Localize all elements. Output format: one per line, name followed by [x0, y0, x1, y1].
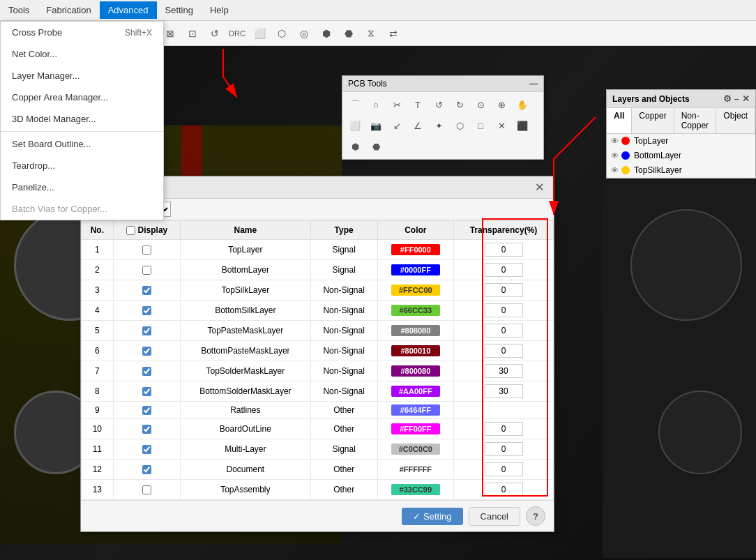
- tool-text[interactable]: T: [408, 95, 428, 114]
- cell-transparency-8[interactable]: [454, 381, 554, 402]
- layer-eye-bottomlayer[interactable]: 👁: [611, 151, 619, 160]
- cell-display-11[interactable]: [113, 439, 180, 460]
- transparency-input-2[interactable]: [485, 263, 523, 277]
- cell-display-13[interactable]: [113, 480, 180, 500]
- cell-color-10[interactable]: #FF00FF: [377, 419, 453, 439]
- tool-hex2[interactable]: ⬢: [345, 137, 365, 156]
- cell-color-8[interactable]: #AA00FF: [377, 381, 453, 402]
- cell-transparency-6[interactable]: [454, 341, 554, 361]
- cell-display-8[interactable]: [113, 381, 180, 402]
- cell-transparency-7[interactable]: [454, 361, 554, 381]
- menu-setting[interactable]: Setting: [157, 1, 202, 19]
- tool-undo[interactable]: ↺: [429, 95, 448, 114]
- menu-fabrication[interactable]: Fabrication: [38, 1, 99, 19]
- cell-transparency-11[interactable]: [454, 439, 554, 460]
- setting-button[interactable]: ✓ Setting: [402, 508, 462, 525]
- dialog-close-btn[interactable]: ✕: [532, 181, 547, 194]
- cell-color-13[interactable]: #33CC99: [377, 480, 453, 500]
- col-display-checkbox[interactable]: [126, 226, 135, 235]
- menu-tools[interactable]: Tools: [0, 1, 38, 19]
- cell-transparency-2[interactable]: [454, 260, 554, 280]
- tool-hex[interactable]: ⬡: [450, 116, 469, 135]
- cell-color-5[interactable]: #808080: [377, 321, 453, 341]
- layer-item-topsilk[interactable]: 👁 TopSilkLayer: [607, 163, 755, 178]
- dropdown-panelize[interactable]: Panelize...: [1, 176, 163, 198]
- help-button[interactable]: ?: [526, 506, 545, 526]
- row-display-cb-5[interactable]: [142, 326, 151, 335]
- tool-angle[interactable]: ∠: [408, 116, 428, 135]
- tool-redo[interactable]: ↻: [450, 95, 469, 114]
- cell-color-3[interactable]: #FFCC00: [377, 280, 453, 301]
- toolbar-btn-16[interactable]: ⧖: [361, 24, 381, 43]
- row-display-cb-2[interactable]: [142, 266, 151, 275]
- dropdown-set-board-outline[interactable]: Set Board Outline...: [1, 133, 163, 155]
- cell-display-9[interactable]: [113, 402, 180, 419]
- layer-eye-topsilk[interactable]: 👁: [611, 166, 619, 174]
- layer-tab-object[interactable]: Object: [716, 108, 755, 133]
- dropdown-cross-probe[interactable]: Cross Probe Shift+X: [1, 22, 163, 43]
- layer-tab-all[interactable]: All: [607, 108, 632, 133]
- toolbar-btn-9[interactable]: ⊡: [182, 24, 203, 43]
- layer-tab-copper[interactable]: Copper: [632, 108, 674, 133]
- toolbar-btn-share[interactable]: ⇄: [383, 24, 404, 43]
- tool-star[interactable]: ✦: [429, 116, 448, 135]
- transparency-input-10[interactable]: [485, 422, 523, 436]
- transparency-input-3[interactable]: [485, 283, 523, 297]
- row-display-cb-13[interactable]: [142, 485, 151, 494]
- cell-transparency-4[interactable]: [454, 301, 554, 321]
- menu-help[interactable]: Help: [202, 1, 237, 19]
- dropdown-copper-area-manager[interactable]: Copper Area Manager...: [1, 86, 163, 108]
- cell-color-1[interactable]: #FF0000: [377, 240, 453, 260]
- row-display-cb-3[interactable]: [142, 286, 151, 295]
- cell-display-12[interactable]: [113, 460, 180, 480]
- cell-transparency-9[interactable]: [454, 402, 554, 419]
- layer-item-toplayer[interactable]: 👁 TopLayer: [607, 134, 755, 149]
- tool-cut[interactable]: ✂: [387, 95, 407, 114]
- tool-plus[interactable]: ⊕: [492, 95, 511, 114]
- transparency-input-4[interactable]: [485, 303, 523, 317]
- transparency-input-13[interactable]: [485, 483, 523, 497]
- cell-color-9[interactable]: #6464FF: [377, 402, 453, 419]
- layer-eye-toplayer[interactable]: 👁: [611, 137, 619, 145]
- tool-hex3[interactable]: ⬣: [366, 137, 386, 156]
- cell-color-2[interactable]: #0000FF: [377, 260, 453, 280]
- transparency-input-7[interactable]: [485, 364, 523, 378]
- row-display-cb-4[interactable]: [142, 306, 151, 315]
- layers-minus-icon[interactable]: –: [734, 93, 739, 104]
- cell-color-4[interactable]: #66CC33: [377, 301, 453, 321]
- cell-transparency-10[interactable]: [454, 419, 554, 439]
- row-display-cb-7[interactable]: [142, 367, 151, 376]
- row-display-cb-10[interactable]: [142, 425, 151, 434]
- transparency-input-11[interactable]: [485, 442, 523, 456]
- cell-transparency-1[interactable]: [454, 240, 554, 260]
- cell-color-6[interactable]: #800010: [377, 341, 453, 361]
- row-display-cb-12[interactable]: [142, 465, 151, 474]
- toolbar-btn-11[interactable]: ⬜: [249, 24, 270, 43]
- layers-settings-icon[interactable]: ⚙: [723, 93, 732, 104]
- menu-advanced[interactable]: Advanced: [100, 1, 157, 19]
- tool-arc[interactable]: ⌒: [345, 95, 365, 114]
- row-display-cb-1[interactable]: [142, 245, 151, 255]
- cell-display-7[interactable]: [113, 361, 180, 381]
- layers-close-icon[interactable]: ✕: [742, 93, 750, 104]
- cell-display-4[interactable]: [113, 301, 180, 321]
- cell-display-6[interactable]: [113, 341, 180, 361]
- transparency-input-12[interactable]: [485, 462, 523, 476]
- transparency-input-1[interactable]: [485, 243, 523, 257]
- pcb-tools-close[interactable]: —: [529, 79, 538, 89]
- cell-transparency-13[interactable]: [454, 480, 554, 500]
- toolbar-btn-drc[interactable]: DRC: [227, 24, 248, 43]
- transparency-input-8[interactable]: [485, 384, 523, 398]
- layer-table-container[interactable]: No. Display Name Type Color Transparency…: [81, 220, 554, 500]
- transparency-input-5[interactable]: [485, 324, 523, 338]
- row-display-cb-8[interactable]: [142, 387, 151, 396]
- tool-target[interactable]: ⊙: [471, 95, 490, 114]
- tool-select[interactable]: ⬜: [345, 116, 365, 135]
- cell-display-2[interactable]: [113, 260, 180, 280]
- cell-transparency-12[interactable]: [454, 460, 554, 480]
- dropdown-layer-manager[interactable]: Layer Manager...: [1, 65, 163, 86]
- layer-tab-non-copper[interactable]: Non-Copper: [674, 108, 717, 133]
- dropdown-net-color[interactable]: Net Color...: [1, 43, 163, 65]
- cell-color-7[interactable]: #800080: [377, 361, 453, 381]
- toolbar-btn-15[interactable]: ⬣: [338, 24, 359, 43]
